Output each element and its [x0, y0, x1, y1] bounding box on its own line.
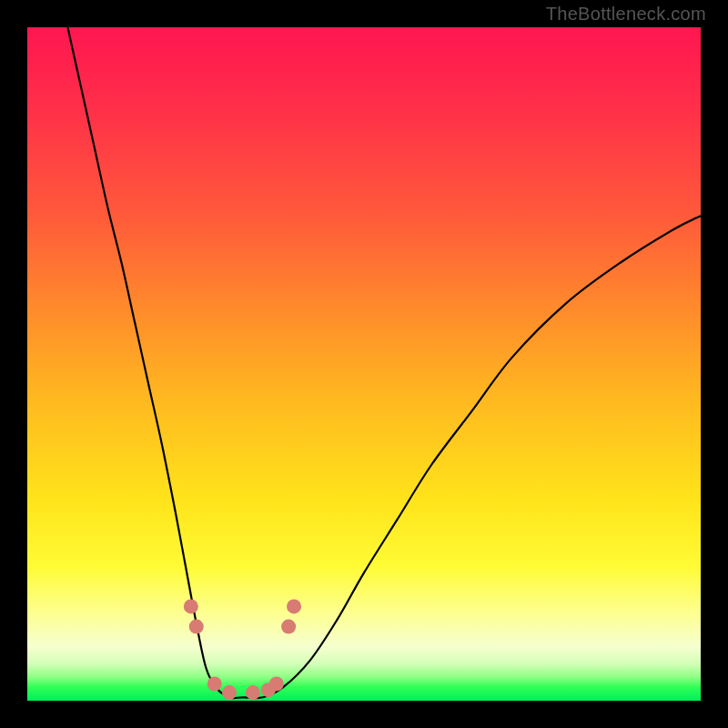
chart-svg: [27, 27, 701, 701]
bottleneck-curve: [67, 27, 701, 698]
data-marker: [269, 677, 284, 692]
data-marker: [287, 599, 301, 613]
data-marker: [189, 620, 204, 634]
data-marker: [222, 685, 237, 700]
plot-area: [27, 27, 701, 701]
data-marker: [184, 599, 198, 613]
chart-frame: TheBottleneck.com: [0, 0, 728, 728]
data-marker: [246, 685, 260, 700]
data-marker: [207, 677, 222, 692]
data-marker: [281, 620, 296, 634]
watermark-text: TheBottleneck.com: [546, 4, 706, 25]
